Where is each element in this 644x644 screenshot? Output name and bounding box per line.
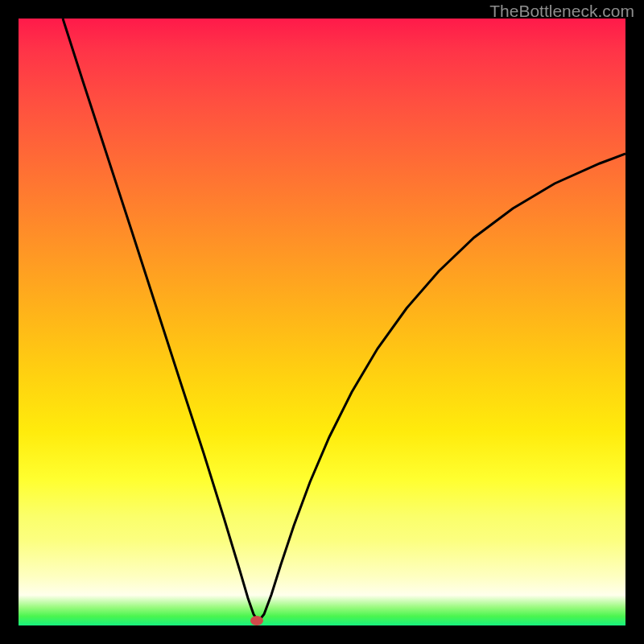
optimal-point-marker	[250, 616, 263, 625]
chart-svg	[19, 19, 625, 625]
gradient-plot-area	[19, 19, 625, 625]
bottleneck-curve	[63, 19, 625, 621]
watermark-text: TheBottleneck.com	[489, 2, 634, 21]
